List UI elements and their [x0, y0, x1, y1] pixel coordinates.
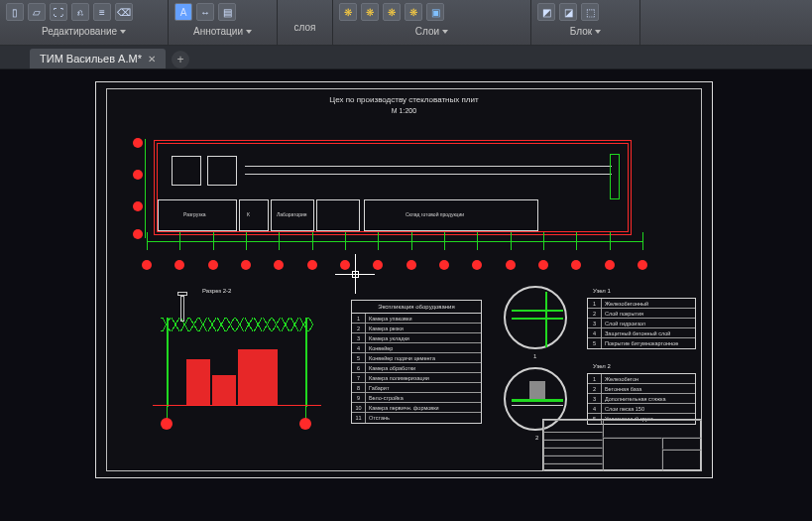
- plan-axis-horizontal: [147, 232, 642, 252]
- plan-room-label: Склад готовой продукции: [406, 211, 464, 217]
- edit-tool-5[interactable]: ≡: [93, 3, 111, 21]
- cursor-pickbox: [352, 271, 359, 278]
- node1-table: 1Железобетонный2Слой покрытия3Слой гидро…: [587, 298, 696, 349]
- node-row: 1Железобетон: [588, 374, 695, 384]
- file-tab-label: ТИМ Васильев А.М*: [40, 53, 142, 65]
- spec-row: 9Бело-стройка: [352, 393, 481, 403]
- node-row: 4Слои песка 150: [588, 404, 695, 414]
- spec-row: 4Конвейер: [352, 343, 481, 353]
- layer-icon-1[interactable]: ❋: [339, 3, 357, 21]
- drawing-sheet: Цех по производству стекловатных плит М …: [95, 81, 713, 478]
- node1-title: Узел 1: [593, 288, 611, 294]
- block-icon-1[interactable]: ◩: [537, 3, 555, 21]
- block-icon-3[interactable]: ⬚: [581, 3, 599, 21]
- floor-plan: Разгрузка К Лаборатория Склад готовой пр…: [157, 143, 629, 232]
- document-tabs: ТИМ Васильев А.М* ✕ +: [0, 46, 812, 69]
- node-row: 3Слой гидроизол: [588, 319, 695, 328]
- plan-room-label: К: [247, 211, 250, 217]
- edit-tool-6[interactable]: ⌫: [115, 3, 133, 21]
- drawing-canvas[interactable]: Цех по производству стекловатных плит М …: [0, 69, 812, 521]
- ribbon-label-text: Аннотации: [193, 26, 243, 37]
- spec-row: 10Камера первичн. формовки: [352, 403, 481, 413]
- ribbon-sub-label: слоя: [284, 12, 326, 35]
- chevron-down-icon: [120, 30, 126, 34]
- ribbon: ▯ ▱ ⛶ ⎌ ≡ ⌫ Редактирование A ↔ ▤ Аннотац…: [0, 0, 812, 46]
- ribbon-label-edit[interactable]: Редактирование: [6, 22, 162, 39]
- spec-row: 1Камера упаковки: [352, 314, 481, 324]
- chevron-down-icon: [246, 30, 252, 34]
- block-icon-2[interactable]: ◪: [559, 3, 577, 21]
- node-row: 5Покрытие битумнокартонное: [588, 338, 695, 348]
- annot-table-icon[interactable]: ▤: [218, 3, 236, 21]
- node2-title: Узел 2: [593, 363, 611, 369]
- ribbon-label-text: Слои: [415, 26, 439, 37]
- ribbon-group-subtext: слоя: [278, 0, 333, 45]
- title-block: [542, 419, 701, 470]
- new-tab-button[interactable]: +: [172, 51, 189, 68]
- layer-icon-5[interactable]: ▣: [426, 3, 444, 21]
- drawing-frame: Цех по производству стекловатных плит М …: [106, 88, 702, 471]
- drawing-scale: М 1:200: [107, 107, 701, 114]
- node-row: 3Дополнительная стяжка: [588, 394, 695, 404]
- node-row: 4Защитный бетонный слой: [588, 328, 695, 338]
- spec-row: 3Камера укладки: [352, 333, 481, 343]
- ribbon-label-text: Редактирование: [42, 26, 117, 37]
- spec-row: 8Габарит: [352, 383, 481, 393]
- ribbon-label-annot[interactable]: Аннотации: [174, 22, 271, 39]
- annot-dim-icon[interactable]: ↔: [196, 3, 214, 21]
- layer-icon-3[interactable]: ❋: [383, 3, 401, 21]
- ribbon-group-layers: ❋ ❋ ❋ ❋ ▣ Слои: [333, 0, 531, 45]
- ribbon-label-layers[interactable]: Слои: [339, 22, 524, 39]
- spec-row: 11Отстань: [352, 413, 481, 423]
- ribbon-group-block: ◩ ◪ ⬚ Блок: [531, 0, 640, 45]
- spec-row: 7Камера полимеризации: [352, 373, 481, 383]
- chevron-down-icon: [595, 30, 601, 34]
- node-row: 2Бетонная база: [588, 384, 695, 394]
- edit-tool-1[interactable]: ▯: [6, 3, 24, 21]
- ribbon-label-text: Блок: [570, 26, 592, 37]
- ribbon-label-block[interactable]: Блок: [537, 22, 634, 39]
- spec-table-header: Экспликация оборудования: [352, 301, 481, 314]
- edit-tool-4[interactable]: ⎌: [71, 3, 89, 21]
- close-icon[interactable]: ✕: [148, 54, 156, 65]
- edit-tool-2[interactable]: ▱: [28, 3, 46, 21]
- ribbon-group-edit: ▯ ▱ ⛶ ⎌ ≡ ⌫ Редактирование: [0, 0, 169, 45]
- ribbon-group-annot: A ↔ ▤ Аннотации: [169, 0, 278, 45]
- detail-node-1: 1: [504, 286, 567, 349]
- plan-axis-vertical: [133, 139, 147, 238]
- node-row: 1Железобетонный: [588, 299, 695, 309]
- node2-table: 1Железобетон2Бетонная база3Дополнительна…: [587, 373, 696, 425]
- equipment-spec-table: Экспликация оборудования 1Камера упаковк…: [351, 300, 482, 424]
- layer-icon-2[interactable]: ❋: [361, 3, 379, 21]
- annot-text-icon[interactable]: A: [174, 3, 192, 21]
- node-row: 2Слой покрытия: [588, 309, 695, 319]
- spec-row: 2Камера резки: [352, 324, 481, 333]
- plan-room-label: Лаборатория: [277, 211, 306, 217]
- file-tab-active[interactable]: ТИМ Васильев А.М* ✕: [30, 49, 166, 68]
- spec-row: 5Конвейер подачи цемента: [352, 353, 481, 363]
- plan-room-label: Разгрузка: [183, 211, 206, 217]
- section-view: [153, 300, 321, 414]
- layer-icon-4[interactable]: ❋: [405, 3, 422, 21]
- chevron-down-icon: [442, 30, 448, 34]
- spec-row: 6Камера обработки: [352, 363, 481, 373]
- section-title: Разрез 2-2: [202, 288, 231, 294]
- edit-tool-3[interactable]: ⛶: [50, 3, 67, 21]
- drawing-title: Цех по производству стекловатных плит: [107, 95, 701, 104]
